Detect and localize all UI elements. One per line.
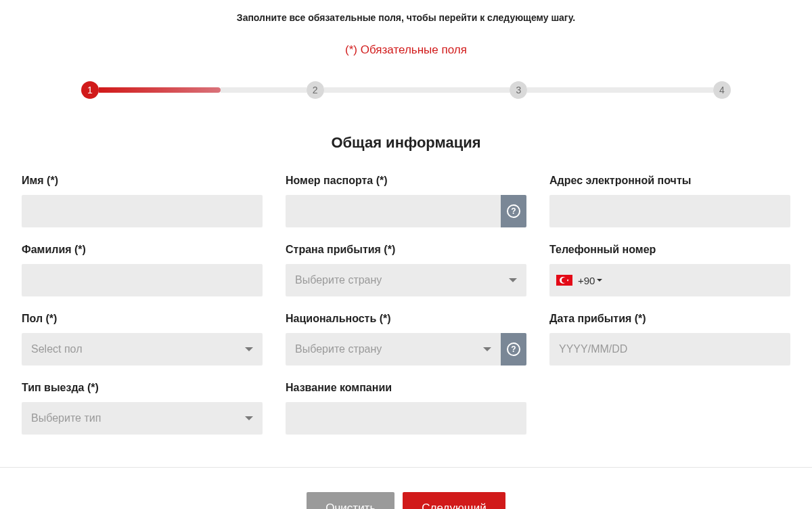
- field-gender: Пол (*) Select пол: [22, 313, 263, 366]
- first-name-input[interactable]: [22, 195, 263, 227]
- gender-placeholder: Select пол: [31, 343, 82, 355]
- field-first-name: Имя (*): [22, 175, 263, 227]
- dial-code-text: +90: [578, 275, 595, 286]
- field-passport: Номер паспорта (*) ?: [286, 175, 526, 227]
- next-button[interactable]: Следующий: [403, 492, 505, 509]
- empty-cell: [549, 382, 790, 435]
- form-grid: Имя (*) Номер паспорта (*) ? Адрес элект…: [0, 175, 812, 435]
- instruction-text: Заполните все обязательные поля, чтобы п…: [0, 0, 812, 23]
- step-bar-1: [221, 87, 307, 93]
- step-1: 1: [81, 81, 99, 99]
- step-bar-3: [527, 87, 713, 93]
- clear-button[interactable]: Очистить: [307, 492, 394, 509]
- step-bar-1-fill: [99, 87, 221, 93]
- exit-type-label: Тип выезда (*): [22, 382, 263, 394]
- stepper: 1 2 3 4: [81, 81, 731, 99]
- field-company: Название компании: [286, 382, 526, 435]
- footer: Очистить Следующий: [0, 467, 812, 509]
- passport-label: Номер паспорта (*): [286, 175, 526, 187]
- field-arrival-country: Страна прибытия (*) Выберите страну: [286, 244, 526, 296]
- exit-type-select[interactable]: Выберите тип: [22, 402, 263, 435]
- nationality-select[interactable]: Выберите страну: [286, 333, 501, 366]
- arrival-country-select[interactable]: Выберите страну: [286, 264, 526, 296]
- nationality-placeholder: Выберите страну: [295, 343, 382, 355]
- field-nationality: Национальность (*) Выберите страну ?: [286, 313, 526, 366]
- company-label: Название компании: [286, 382, 526, 394]
- exit-type-placeholder: Выберите тип: [31, 412, 101, 424]
- field-email: Адрес электронной почты: [549, 175, 790, 227]
- question-icon: ?: [507, 204, 520, 218]
- section-title: Общая информация: [0, 134, 812, 152]
- chevron-down-icon: [509, 278, 517, 282]
- email-label: Адрес электронной почты: [549, 175, 790, 187]
- field-last-name: Фамилия (*): [22, 244, 263, 296]
- email-input[interactable]: [549, 195, 790, 227]
- last-name-input[interactable]: [22, 264, 263, 296]
- passport-input[interactable]: [286, 195, 501, 227]
- arrival-country-placeholder: Выберите страну: [295, 274, 382, 286]
- chevron-down-icon: [245, 347, 253, 351]
- dial-code[interactable]: +90: [578, 275, 602, 286]
- chevron-down-icon: [597, 279, 602, 282]
- step-2: 2: [307, 81, 324, 99]
- question-icon: ?: [507, 342, 520, 356]
- arrival-country-label: Страна прибытия (*): [286, 244, 526, 256]
- step-3: 3: [510, 81, 527, 99]
- step-bar-2: [324, 87, 510, 93]
- turkey-flag-icon: [556, 275, 572, 286]
- field-phone: Телефонный номер +90: [549, 244, 790, 296]
- gender-select[interactable]: Select пол: [22, 333, 263, 366]
- chevron-down-icon: [245, 416, 253, 420]
- phone-input[interactable]: +90: [549, 264, 790, 296]
- passport-help-button[interactable]: ?: [501, 195, 526, 227]
- arrival-date-input[interactable]: [549, 333, 790, 366]
- step-4: 4: [713, 81, 731, 99]
- company-input[interactable]: [286, 402, 526, 435]
- nationality-label: Национальность (*): [286, 313, 526, 325]
- chevron-down-icon: [483, 347, 491, 351]
- nationality-help-button[interactable]: ?: [501, 333, 526, 366]
- field-exit-type: Тип выезда (*) Выберите тип: [22, 382, 263, 435]
- arrival-date-label: Дата прибытия (*): [549, 313, 790, 325]
- required-note: (*) Обязательные поля: [0, 43, 812, 57]
- field-arrival-date: Дата прибытия (*): [549, 313, 790, 366]
- phone-label: Телефонный номер: [549, 244, 790, 256]
- first-name-label: Имя (*): [22, 175, 263, 187]
- last-name-label: Фамилия (*): [22, 244, 263, 256]
- gender-label: Пол (*): [22, 313, 263, 325]
